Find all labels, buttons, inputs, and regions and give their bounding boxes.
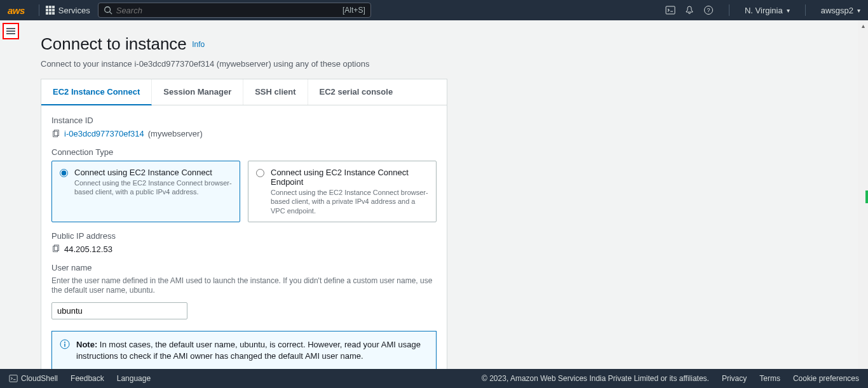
terms-link[interactable]: Terms: [759, 374, 780, 383]
grid-icon: [46, 6, 55, 15]
svg-text:?: ?: [707, 7, 710, 13]
public-ip-value: 44.205.12.53: [64, 244, 112, 254]
user-menu[interactable]: awsgsp2: [821, 6, 860, 15]
connect-panel: EC2 Instance Connect Session Manager SSH…: [41, 79, 447, 369]
svg-point-10: [64, 342, 65, 343]
help-icon[interactable]: ?: [703, 5, 714, 15]
hamburger-icon: [6, 28, 15, 34]
svg-line-1: [109, 12, 112, 15]
page-subtitle: Connect to your instance i-0e3dcd977370e…: [41, 59, 843, 69]
divider: [729, 4, 729, 16]
instance-id-link[interactable]: i-0e3dcd977370ef314: [64, 129, 144, 138]
tab-ssh-client[interactable]: SSH client: [243, 79, 308, 105]
tab-ec2-instance-connect[interactable]: EC2 Instance Connect: [41, 79, 152, 105]
username-label: User name: [51, 263, 437, 272]
svg-point-0: [104, 7, 110, 13]
tabs: EC2 Instance Connect Session Manager SSH…: [41, 79, 447, 105]
note-bold: Note:: [76, 340, 97, 349]
scroll-indicator: [865, 191, 868, 203]
instance-id-label: Instance ID: [51, 116, 437, 125]
svg-rect-12: [10, 375, 17, 382]
main-content: Connect to instance Info Connect to your…: [25, 20, 858, 369]
tab-session-manager[interactable]: Session Manager: [152, 79, 243, 105]
connection-type-label: Connection Type: [51, 147, 437, 157]
cloudshell-icon[interactable]: [665, 5, 675, 15]
search-hint: [Alt+S]: [342, 6, 365, 15]
search-icon: [104, 6, 112, 15]
divider: [39, 4, 39, 16]
divider: [805, 4, 806, 16]
cloudshell-link[interactable]: CloudShell: [9, 374, 58, 383]
public-ip-label: Public IP address: [51, 231, 437, 241]
language-link[interactable]: Language: [117, 374, 151, 383]
privacy-link[interactable]: Privacy: [722, 374, 747, 383]
search-input[interactable]: [116, 6, 342, 15]
radio1-desc: Connect using the EC2 Instance Connect b…: [74, 178, 232, 197]
radio-input-2[interactable]: [256, 169, 264, 177]
nav-right: ? N. Virginia awsgsp2: [665, 4, 860, 16]
svg-rect-11: [64, 344, 65, 347]
panel-body: Instance ID i-0e3dcd977370ef314 (mywebse…: [41, 105, 447, 369]
info-icon: [60, 339, 70, 349]
copy-icon[interactable]: [51, 244, 60, 253]
top-nav: aws Services [Alt+S] ? N. Virginia awsgs…: [0, 0, 868, 20]
region-selector[interactable]: N. Virginia: [745, 6, 790, 15]
radio-input-1[interactable]: [60, 169, 68, 177]
services-button[interactable]: Services: [46, 6, 90, 15]
note-text: In most cases, the default user name, ub…: [76, 340, 421, 361]
copy-icon[interactable]: [51, 130, 60, 138]
radio1-title: Connect using EC2 Instance Connect: [74, 168, 232, 177]
radio-ec2-connect[interactable]: Connect using EC2 Instance Connect Conne…: [51, 161, 240, 222]
instance-name: (mywebserver): [148, 129, 203, 138]
page-title: Connect to instance: [41, 34, 187, 54]
username-input[interactable]: [51, 302, 187, 319]
note-box: Note: In most cases, the default user na…: [51, 331, 437, 369]
search-box[interactable]: [Alt+S]: [98, 3, 371, 18]
footer: CloudShell Feedback Language © 2023, Ama…: [0, 369, 868, 388]
sidebar-toggle[interactable]: [3, 23, 19, 39]
radio-ec2-endpoint[interactable]: Connect using EC2 Instance Connect Endpo…: [248, 161, 437, 222]
info-link[interactable]: Info: [192, 40, 205, 49]
aws-logo[interactable]: aws: [8, 5, 25, 16]
bell-icon[interactable]: [684, 5, 695, 15]
radio2-desc: Connect using the EC2 Instance Connect b…: [271, 188, 428, 215]
svg-rect-2: [666, 6, 675, 14]
username-help: Enter the user name defined in the AMI u…: [51, 276, 437, 296]
cookies-link[interactable]: Cookie preferences: [793, 374, 859, 383]
tab-serial-console[interactable]: EC2 serial console: [308, 79, 405, 105]
feedback-link[interactable]: Feedback: [71, 374, 104, 383]
scroll-up-icon[interactable]: ▴: [858, 20, 868, 30]
copyright: © 2023, Amazon Web Services India Privat…: [482, 374, 709, 383]
terminal-icon: [9, 374, 18, 383]
cloudshell-label: CloudShell: [21, 374, 58, 383]
services-label: Services: [58, 6, 90, 15]
radio2-title: Connect using EC2 Instance Connect Endpo…: [271, 168, 428, 187]
